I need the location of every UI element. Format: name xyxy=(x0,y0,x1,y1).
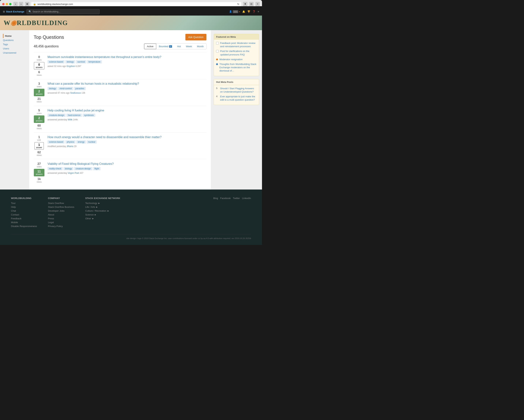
footer-link-about[interactable]: About xyxy=(48,213,74,216)
list-item[interactable]: Feedback post: Moderator review and rein… xyxy=(216,42,257,48)
question-user[interactable]: Willk xyxy=(68,118,72,121)
footer-linkedin-link[interactable]: LinkedIn xyxy=(242,197,251,200)
tag[interactable]: creature-design xyxy=(74,167,92,170)
tag[interactable]: hard-science xyxy=(66,114,82,117)
hot-post-link[interactable]: Ever appropriate to just make the edit t… xyxy=(220,95,257,101)
menu-icon[interactable]: ≡ xyxy=(258,10,259,13)
footer-link-legal[interactable]: Legal xyxy=(48,221,74,224)
question-user[interactable]: Gryphon xyxy=(67,65,75,68)
list-item[interactable]: Moderator resignation xyxy=(216,58,257,61)
list-item[interactable]: Post for clarifications on the updated p… xyxy=(216,50,257,56)
votes-stat: 5 votes xyxy=(37,109,42,114)
footer-link-mobile[interactable]: Mobile xyxy=(11,221,37,224)
tag[interactable]: nuclear xyxy=(87,140,97,143)
sidebar-item-tags[interactable]: Tags xyxy=(3,42,26,46)
question-title[interactable]: How much energy would a character need t… xyxy=(48,135,206,139)
share-button[interactable]: ⬆ xyxy=(243,2,247,6)
minimize-dot[interactable] xyxy=(6,3,8,5)
sidebar-item-home[interactable]: Home xyxy=(3,34,26,38)
footer-link-dev-jobs[interactable]: Developer Jobs xyxy=(48,209,74,212)
network-item-technology[interactable]: Technology ▶ xyxy=(85,202,120,205)
window-button[interactable]: ⊞ xyxy=(25,2,29,6)
questions-count: 48,456 questions xyxy=(34,45,59,48)
question-user[interactable]: JRams xyxy=(67,145,73,148)
tag[interactable]: science-based xyxy=(48,60,65,63)
views-stat: 62 views xyxy=(36,151,42,156)
close-dot[interactable] xyxy=(2,3,5,5)
tag[interactable]: biology xyxy=(65,60,75,63)
se-logo-text: Stack Exchange xyxy=(6,10,24,13)
ask-question-button[interactable]: Ask Question xyxy=(185,34,206,40)
network-item-other[interactable]: Other ▶ xyxy=(85,217,120,220)
sidebar-item-unanswered[interactable]: Unanswered xyxy=(3,51,26,55)
tag[interactable]: creature-design xyxy=(48,114,66,117)
copyright-text: site design / logo © 2019 Stack Exchange… xyxy=(126,237,251,240)
rep-indicator: ● xyxy=(239,11,240,13)
footer-facebook-link[interactable]: Facebook xyxy=(220,197,231,200)
question-user[interactable]: Vogon Poet xyxy=(68,172,79,174)
question-title[interactable]: Viability of Fixed-Wing Biological Flyin… xyxy=(48,162,206,166)
list-item[interactable]: Thoughts from Worldbuilding Stack Exchan… xyxy=(216,63,257,73)
footer-link-tour[interactable]: Tour xyxy=(11,202,37,205)
tag[interactable]: science-based xyxy=(48,140,65,143)
se-logo[interactable]: ⊞ Stack Exchange xyxy=(3,10,24,13)
filter-month[interactable]: Month xyxy=(194,44,206,49)
tag[interactable]: symbiosis xyxy=(83,114,95,117)
filter-bountied[interactable]: Bountied 1 xyxy=(156,44,175,49)
back-button[interactable]: ‹ xyxy=(13,2,18,6)
tag[interactable]: survival xyxy=(76,60,86,63)
new-tab-button[interactable]: + xyxy=(255,2,260,6)
question-title[interactable]: Maximum survivable instantaneous tempera… xyxy=(48,55,206,59)
filter-active[interactable]: Active xyxy=(144,44,156,49)
tag[interactable]: reality-check xyxy=(48,167,63,170)
sidebar-item-questions[interactable]: Questions xyxy=(3,38,26,42)
footer-link-so-business[interactable]: Stack Overflow Business xyxy=(48,206,74,208)
filter-week[interactable]: Week xyxy=(183,44,194,49)
tag[interactable]: temperature xyxy=(87,60,102,63)
question-title[interactable]: What can a parasite offer its human host… xyxy=(48,82,206,85)
network-item-culture[interactable]: Culture / Recreation ▶ xyxy=(85,209,120,212)
tag[interactable]: parasites xyxy=(74,87,86,90)
reputation-area[interactable]: 👤 101 ● xyxy=(229,10,240,13)
footer-link-privacy[interactable]: Privacy Policy xyxy=(48,225,74,228)
footer-blog-link[interactable]: Blog xyxy=(213,197,218,200)
forward-button[interactable]: › xyxy=(19,2,23,6)
network-item-science[interactable]: Science ▶ xyxy=(85,213,120,216)
tag[interactable]: mind-control xyxy=(58,87,73,90)
network-arrow-icon: ▶ xyxy=(92,217,94,220)
tabs-button[interactable]: ⊡ xyxy=(249,2,253,6)
inbox-icon[interactable]: 🔔 xyxy=(242,10,245,13)
tag[interactable]: physics xyxy=(65,140,76,143)
tag[interactable]: flight xyxy=(93,167,101,170)
right-sidebar: Featured on Meta Feedback post: Moderato… xyxy=(211,30,262,189)
question-title[interactable]: Help cooling living H fueled pulse jet e… xyxy=(48,109,206,112)
maximize-dot[interactable] xyxy=(9,3,11,5)
search-placeholder: Search on Worldbuilding... xyxy=(33,10,60,13)
footer-link-feedback[interactable]: Feedback xyxy=(11,217,37,220)
footer-link-contact[interactable]: Contact xyxy=(11,213,37,216)
footer-link-press[interactable]: Press xyxy=(48,217,74,220)
footer-twitter-link[interactable]: Twitter xyxy=(233,197,240,200)
question-user[interactable]: Seallussus xyxy=(70,92,81,94)
footer-link-disable-responsiveness[interactable]: Disable Responsiveness xyxy=(11,225,37,228)
tag[interactable]: biology xyxy=(63,167,73,170)
url-bar[interactable]: 🔒 worldbuilding.stackexchange.com ↻ xyxy=(31,2,241,6)
footer-link-help[interactable]: Help xyxy=(11,206,37,208)
featured-link-text: Post for clarifications on the updated p… xyxy=(220,50,257,56)
refresh-icon[interactable]: ↻ xyxy=(237,3,239,6)
question-content: Maximum survivable instantaneous tempera… xyxy=(48,55,206,76)
footer-link-stackoverflow[interactable]: Stack Overflow xyxy=(48,202,74,205)
network-item-lifearts[interactable]: Life / Arts ▶ xyxy=(85,206,120,208)
network-arrow-icon: ▶ xyxy=(98,202,100,204)
help-icon[interactable]: ❓ xyxy=(253,10,255,13)
featured-link-text: Thoughts from Worldbuilding Stack Exchan… xyxy=(219,63,257,73)
hot-post-link[interactable]: Should I Start Flagging Answers on Under… xyxy=(220,87,257,93)
tag[interactable]: energy xyxy=(76,140,86,143)
footer-link-chat[interactable]: Chat xyxy=(11,209,37,212)
filter-hot[interactable]: Hot xyxy=(175,44,183,49)
search-bar[interactable]: 🔍 Search on Worldbuilding... xyxy=(26,9,100,14)
sidebar-item-users[interactable]: Users xyxy=(3,46,26,51)
achievements-icon[interactable]: 🏆 xyxy=(247,10,250,13)
question-meta: answered yesterday Willk 144k xyxy=(48,118,206,121)
tag[interactable]: biology xyxy=(48,87,57,90)
